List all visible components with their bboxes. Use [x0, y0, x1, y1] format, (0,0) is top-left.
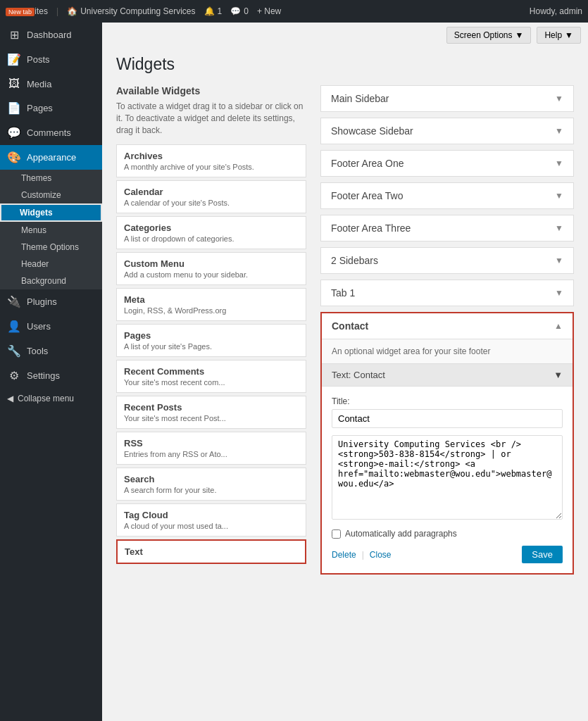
auto-paragraphs-checkbox[interactable] [332, 529, 341, 539]
submenu-header[interactable]: Header [0, 256, 102, 272]
sidebar-item-settings[interactable]: ⚙ Settings [0, 363, 102, 388]
widget-recent-comments-name: Recent Comments [124, 366, 299, 377]
sidebar-item-appearance[interactable]: 🎨 Appearance [0, 145, 102, 170]
new-label: + New [257, 6, 281, 16]
sidebar-tools-label: Tools [27, 346, 48, 356]
sidebar-item-tools[interactable]: 🔧 Tools [0, 339, 102, 363]
separator: | [56, 6, 58, 16]
content-row: University Computing Services <br /> <st… [332, 435, 563, 522]
widget-categories[interactable]: Categories A list or dropdown of categor… [116, 216, 306, 249]
site-name-link[interactable]: 🏠 University Computing Services [67, 6, 195, 16]
sidebar-item-users[interactable]: 👤 Users [0, 314, 102, 339]
sidebar-area-footer-three-header[interactable]: Footer Area Three ▼ [321, 215, 573, 241]
sidebar-dashboard-label: Dashboard [27, 30, 72, 40]
sidebar-area-showcase-header[interactable]: Showcase Sidebar ▼ [321, 118, 573, 144]
widget-calendar[interactable]: Calendar A calendar of your site's Posts… [116, 180, 306, 213]
help-button[interactable]: Help ▼ [537, 27, 581, 44]
widget-search[interactable]: Search A search form for your site. [116, 468, 306, 501]
home-icon: 🏠 [67, 6, 77, 16]
sidebar-appearance-label: Appearance [27, 152, 76, 163]
widget-categories-name: Categories [124, 222, 299, 233]
widget-rss[interactable]: RSS Entries from any RSS or Ato... [116, 432, 306, 465]
sidebar-item-media[interactable]: 🖼 Media [0, 72, 102, 96]
sidebar-area-showcase-chevron: ▼ [555, 126, 563, 136]
save-button[interactable]: Save [522, 546, 563, 563]
sidebar-item-posts[interactable]: 📝 Posts [0, 47, 102, 72]
appearance-icon: 🎨 [7, 151, 21, 164]
sidebar-pages-label: Pages [27, 103, 53, 113]
content-textarea[interactable]: University Computing Services <br /> <st… [332, 435, 563, 520]
page-wrapper: Widgets Available Widgets To activate a … [102, 48, 588, 587]
help-label: Help [544, 30, 562, 40]
screen-options-bar: Screen Options ▼ Help ▼ [102, 23, 588, 48]
sidebar-area-contact: Contact ▲ An optional widget area for yo… [320, 312, 574, 575]
users-icon: 👤 [7, 320, 21, 333]
contact-description: An optional widget area for your site fo… [322, 339, 573, 363]
sidebar-area-main-header[interactable]: Main Sidebar ▼ [321, 86, 573, 111]
widget-archives[interactable]: Archives A monthly archive of your site'… [116, 144, 306, 177]
screen-options-button[interactable]: Screen Options ▼ [446, 27, 532, 44]
submenu-themes[interactable]: Themes [0, 170, 102, 187]
notifications-item[interactable]: 🔔 1 [204, 6, 223, 16]
collapse-menu-button[interactable]: ◀ Collapse menu [0, 388, 102, 409]
sidebar-item-plugins[interactable]: 🔌 Plugins [0, 289, 102, 314]
submenu-background[interactable]: Background [0, 272, 102, 289]
submenu-menus[interactable]: Menus [0, 222, 102, 239]
my-sites-menu[interactable]: ⊞ My Sites New tab [6, 6, 48, 16]
sidebar-area-2sidebars-label: 2 Sidebars [331, 255, 378, 266]
main-content: Screen Options ▼ Help ▼ Widgets Availabl… [102, 23, 588, 721]
widget-footer: Delete | Close Save [332, 546, 563, 563]
widget-text[interactable]: Text [116, 539, 306, 564]
sidebar-posts-label: Posts [27, 54, 50, 65]
widget-pages-name: Pages [124, 330, 299, 341]
widget-tag-cloud-desc: A cloud of your most used ta... [124, 522, 299, 530]
help-chevron: ▼ [565, 30, 573, 40]
sidebar-area-showcase: Showcase Sidebar ▼ [320, 118, 574, 144]
notifications-count: 1 [218, 6, 223, 16]
widget-rss-desc: Entries from any RSS or Ato... [124, 450, 299, 458]
sidebar-area-2sidebars-header[interactable]: 2 Sidebars ▼ [321, 248, 573, 273]
sidebar-area-footer-two-header[interactable]: Footer Area Two ▼ [321, 183, 573, 208]
submenu-customize[interactable]: Customize [0, 187, 102, 203]
widget-tag-cloud[interactable]: Tag Cloud A cloud of your most used ta..… [116, 503, 306, 537]
widget-meta[interactable]: Meta Login, RSS, & WordPress.org [116, 288, 306, 321]
available-widgets-heading: Available Widgets [116, 85, 306, 96]
submenu-theme-options[interactable]: Theme Options [0, 239, 102, 256]
sidebar-area-footer-one-header[interactable]: Footer Area One ▼ [321, 151, 573, 176]
sidebar-area-footer-three-label: Footer Area Three [331, 222, 411, 234]
sidebar-area-showcase-label: Showcase Sidebar [331, 125, 413, 137]
text-widget-label: Text: Contact [332, 370, 385, 380]
widget-pages[interactable]: Pages A list of your site's Pages. [116, 324, 306, 357]
sidebar-area-main-chevron: ▼ [555, 94, 563, 104]
appearance-submenu: Themes Customize Widgets Menus Theme Opt… [0, 170, 102, 289]
new-content-button[interactable]: + New [257, 6, 281, 16]
text-widget-chevron: ▼ [553, 370, 563, 380]
sidebar-area-contact-header[interactable]: Contact ▲ [322, 313, 573, 339]
sidebar-item-dashboard[interactable]: ⊞ Dashboard [0, 23, 102, 47]
settings-icon: ⚙ [7, 369, 21, 382]
sidebar-area-tab1-header[interactable]: Tab 1 ▼ [321, 280, 573, 306]
comments-item[interactable]: 💬 0 [230, 6, 249, 16]
sidebar-item-comments[interactable]: 💬 Comments [0, 120, 102, 145]
sidebar-area-main-label: Main Sidebar [331, 93, 389, 104]
widget-categories-desc: A list or dropdown of categories. [124, 234, 299, 243]
comments-count: 0 [244, 6, 249, 16]
sidebar-plugins-label: Plugins [27, 296, 57, 307]
submenu-widgets[interactable]: Widgets [0, 203, 102, 222]
title-input[interactable] [332, 409, 563, 428]
widget-calendar-name: Calendar [124, 187, 299, 197]
text-widget-content: Title: University Computing Services <br… [322, 386, 573, 573]
close-link[interactable]: Close [370, 550, 392, 560]
delete-link[interactable]: Delete [332, 550, 356, 560]
widget-custom-menu[interactable]: Custom Menu Add a custom menu to your si… [116, 252, 306, 285]
link-separator: | [362, 550, 364, 560]
widget-search-name: Search [124, 474, 299, 484]
widget-recent-comments[interactable]: Recent Comments Your site's most recent … [116, 360, 306, 393]
sidebar-area-footer-two-chevron: ▼ [555, 191, 563, 201]
sidebar-area-tab1: Tab 1 ▼ [320, 280, 574, 306]
admin-bar: ⊞ My Sites New tab | 🏠 University Comput… [0, 0, 588, 23]
widget-recent-posts[interactable]: Recent Posts Your site's most recent Pos… [116, 396, 306, 429]
widget-recent-posts-name: Recent Posts [124, 402, 299, 413]
sidebar-area-footer-three: Footer Area Three ▼ [320, 215, 574, 242]
sidebar-item-pages[interactable]: 📄 Pages [0, 96, 102, 120]
